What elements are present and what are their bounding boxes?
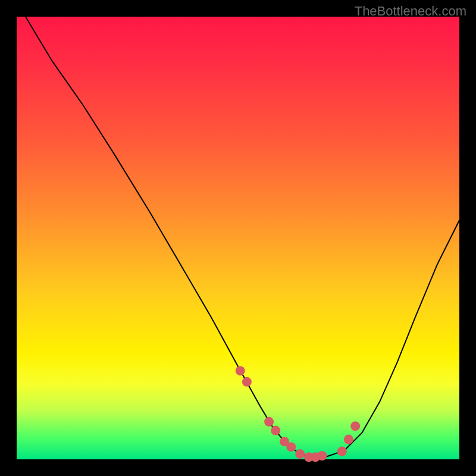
highlight-dot bbox=[317, 451, 327, 461]
highlight-dots-group bbox=[236, 366, 361, 462]
bottleneck-curve-line bbox=[26, 17, 459, 458]
highlight-dot bbox=[236, 366, 245, 375]
highlight-dot bbox=[295, 449, 305, 459]
highlight-dot bbox=[286, 442, 296, 452]
highlight-dot bbox=[350, 421, 360, 431]
highlight-dot bbox=[264, 417, 274, 427]
highlight-dot bbox=[344, 435, 353, 444]
watermark-text: TheBottleneck.com bbox=[355, 4, 466, 19]
bottleneck-chart bbox=[17, 17, 459, 459]
highlight-dot bbox=[242, 377, 252, 387]
highlight-dot bbox=[337, 447, 347, 456]
highlight-dot bbox=[271, 426, 280, 436]
